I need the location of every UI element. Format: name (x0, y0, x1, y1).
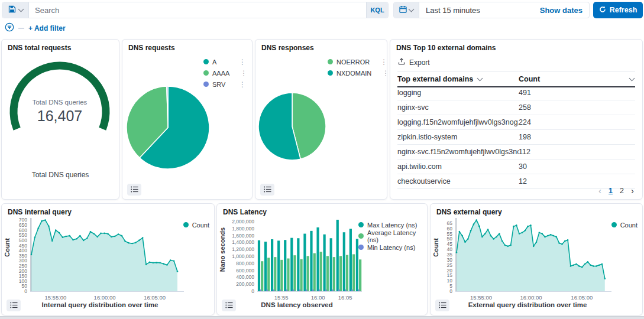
legend-toggle-button[interactable] (222, 300, 236, 311)
data-point (142, 237, 144, 239)
legend-item-SRV[interactable]: SRV⋮ (203, 79, 246, 90)
list-icon (264, 184, 271, 195)
legend-item-NXDOMAIN[interactable]: NXDOMAIN⋮ (328, 67, 382, 79)
bar-max-latency[interactable] (303, 234, 306, 291)
date-quick-select-button[interactable] (394, 2, 419, 18)
data-point (467, 238, 469, 240)
bar-avg-latency[interactable] (313, 253, 316, 291)
kql-button[interactable]: KQL (366, 2, 388, 18)
legend-options-icon[interactable]: ⋮ (373, 59, 387, 65)
column-header-domains[interactable]: Top external domains (397, 75, 519, 83)
bar-avg-latency[interactable] (274, 257, 276, 291)
data-point (481, 236, 483, 238)
data-point (177, 271, 179, 272)
legend-dot (358, 233, 364, 239)
bar-max-latency[interactable] (323, 235, 326, 291)
legend-toggle-button[interactable] (127, 184, 141, 196)
saved-query-menu-button[interactable] (2, 2, 29, 18)
bar-avg-latency[interactable] (346, 255, 348, 291)
data-point (473, 223, 475, 225)
data-point (527, 226, 529, 227)
time-range-value[interactable]: Last 15 minutes (419, 6, 540, 15)
legend-item-Count[interactable]: Count (611, 219, 637, 230)
bar-max-latency[interactable] (258, 240, 260, 291)
legend-item-AAAA[interactable]: AAAA⋮ (203, 67, 246, 79)
show-dates-link[interactable]: Show dates (540, 6, 589, 15)
column-header-count[interactable]: Count (519, 75, 635, 83)
legend-item-NOERROR[interactable]: NOERROR⋮ (328, 56, 382, 67)
bar-avg-latency[interactable] (293, 255, 296, 291)
filter-separator (18, 28, 24, 29)
legend-options-icon[interactable]: ⋮ (375, 70, 389, 76)
bar-max-latency[interactable] (330, 238, 332, 291)
data-point (114, 236, 116, 237)
legend-options-icon[interactable]: ⋮ (232, 82, 246, 87)
bar-max-latency[interactable] (277, 240, 280, 291)
data-point (504, 245, 506, 246)
bar-max-latency[interactable] (310, 231, 312, 291)
data-point (516, 224, 517, 226)
filter-icon[interactable] (5, 22, 14, 34)
add-filter-button[interactable]: + Add filter (28, 24, 66, 32)
bar-avg-latency[interactable] (267, 258, 270, 291)
cell-domain: api.twilio.com (397, 162, 519, 171)
bar-avg-latency[interactable] (359, 259, 361, 291)
bar-avg-latency[interactable] (287, 258, 289, 291)
data-point (166, 264, 168, 266)
bar-avg-latency[interactable] (300, 259, 302, 291)
axis-tick-label: 5 (449, 283, 452, 289)
bar-avg-latency[interactable] (280, 260, 283, 291)
data-point (601, 263, 603, 265)
data-point (478, 226, 480, 227)
legend-toggle-button[interactable] (435, 300, 449, 311)
data-point (536, 241, 538, 243)
bar-max-latency[interactable] (271, 239, 273, 291)
bar-max-latency[interactable] (284, 240, 286, 291)
pagination-page-2[interactable]: 2 (620, 187, 624, 195)
bar-max-latency[interactable] (316, 227, 319, 291)
data-point (575, 263, 577, 265)
point-min-latency (351, 289, 353, 291)
legend-item-Average Latency (ns)[interactable]: Average Latency (ns) (358, 230, 425, 242)
point-min-latency (299, 289, 301, 291)
pagination-prev-icon[interactable]: ‹ (598, 186, 601, 195)
bar-max-latency[interactable] (349, 229, 352, 291)
legend-item-Count[interactable]: Count (183, 219, 209, 230)
legend-item-A[interactable]: A⋮ (203, 56, 246, 67)
search-input[interactable] (29, 2, 366, 18)
data-point (41, 220, 43, 222)
bar-avg-latency[interactable] (333, 257, 335, 291)
bar-avg-latency[interactable] (261, 261, 263, 291)
bar-avg-latency[interactable] (352, 254, 355, 291)
bar-max-latency[interactable] (336, 220, 339, 291)
axis-tick-label: 600 (19, 227, 27, 233)
export-button[interactable]: Export (398, 58, 430, 67)
bar-max-latency[interactable] (290, 238, 293, 291)
panel-dns-total-requests: DNS total requests Total DNS queries16,4… (1, 39, 119, 200)
point-min-latency (279, 289, 281, 291)
legend-toggle-button[interactable] (7, 300, 21, 311)
bar-max-latency[interactable] (343, 232, 345, 291)
legend-options-icon[interactable]: ⋮ (233, 70, 247, 76)
bar-avg-latency[interactable] (307, 256, 309, 291)
legend-item-Min Latency (ns)[interactable]: Min Latency (ns) (358, 242, 425, 253)
table-row: api.twilio.com30 (397, 160, 635, 174)
legend-options-icon[interactable]: ⋮ (232, 59, 246, 65)
bar-avg-latency[interactable] (339, 256, 342, 291)
data-point (62, 236, 64, 238)
bar-max-latency[interactable] (297, 238, 299, 291)
refresh-button[interactable]: Refresh (593, 2, 643, 18)
pagination-next-icon[interactable]: › (631, 186, 634, 195)
legend-toggle-button[interactable] (260, 184, 274, 196)
pagination-page-1[interactable]: 1 (609, 187, 613, 195)
data-point (510, 245, 512, 246)
data-point (590, 264, 591, 266)
axis-tick-label: 350 (19, 253, 27, 259)
data-point (547, 235, 549, 237)
bar-max-latency[interactable] (264, 242, 267, 291)
axis-tick-label: 1,600,000 (232, 233, 254, 239)
bar-avg-latency[interactable] (326, 256, 329, 291)
bar-avg-latency[interactable] (320, 252, 322, 291)
data-point (121, 235, 123, 237)
legend-dot (358, 245, 364, 250)
